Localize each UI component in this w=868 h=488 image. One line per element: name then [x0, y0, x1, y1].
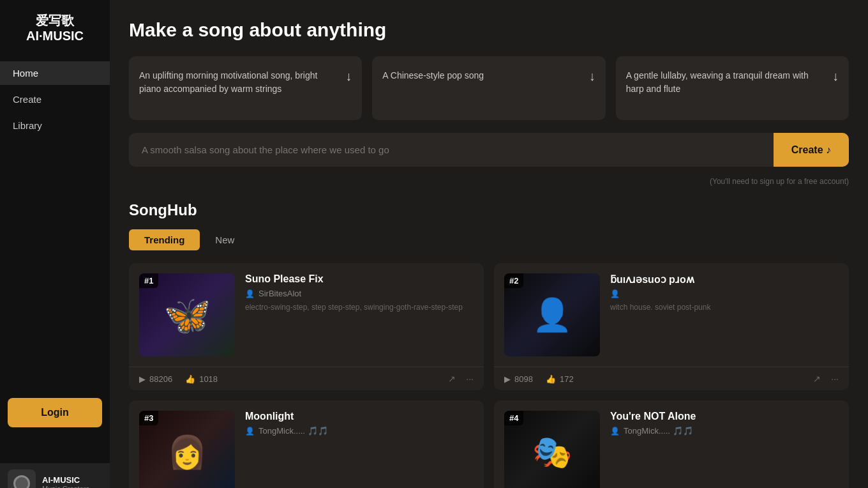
share-icon-1[interactable]: ↗ [813, 374, 821, 384]
prompt-card-text-2: A gentle lullaby, weaving a tranquil dre… [626, 69, 826, 96]
more-icon-0[interactable]: ··· [466, 374, 474, 384]
logo-area: 爱写歌 AI·MUSIC [0, 0, 110, 56]
prompt-card-arrow-1: ↓ [589, 69, 595, 84]
now-playing-disc [8, 469, 36, 488]
likes-count-1: 172 [560, 374, 574, 384]
now-playing-title: AI-MUSIC [42, 475, 89, 485]
song-rank-0: #1 [139, 273, 158, 288]
song-rank-1: #2 [504, 273, 523, 288]
song-rank-3: #4 [504, 411, 523, 425]
song-info-0: Suno Please Fix 👤 SirBitesAlot electro-s… [245, 273, 474, 356]
prompt-card-text-1: A Chinese-style pop song [382, 69, 484, 82]
song-title-1: ƃuıʌɹǝsuoɔ pɹoʍ [610, 273, 839, 286]
song-info-3: You're NOT Alone 👤 TongMick..... 🎵🎵 [610, 411, 839, 488]
like-icon-0: 👍 [185, 374, 195, 384]
song-title-3: You're NOT Alone [610, 411, 839, 422]
song-likes-0: 👍 1018 [185, 374, 218, 384]
now-playing-bar: AI-MUSIC Music Creators [0, 463, 110, 488]
song-card-top-3: #4 You're NOT Alone 👤 TongMick..... 🎵🎵 [494, 400, 849, 488]
plays-count-1: 8098 [514, 374, 533, 384]
song-author-1: 👤 [610, 289, 839, 298]
song-card-bottom-1: ▶ 8098 👍 172 ↗ ··· [494, 367, 849, 390]
song-card-top-1: #2 ƃuıʌɹǝsuoɔ pɹoʍ 👤 witch house. soviet… [494, 263, 849, 367]
song-author-0: 👤 SirBitesAlot [245, 289, 474, 298]
song-likes-1: 👍 172 [546, 374, 574, 384]
like-icon-1: 👍 [546, 374, 556, 384]
song-thumbnail-0: #1 [139, 273, 235, 356]
tab-trending[interactable]: Trending [129, 229, 200, 250]
author-name-2: TongMick..... 🎵🎵 [258, 426, 328, 436]
tabs-row: Trending New [129, 229, 849, 250]
song-author-2: 👤 TongMick..... 🎵🎵 [245, 426, 474, 436]
songhub-title: SongHub [129, 201, 849, 219]
sidebar-item-home[interactable]: Home [0, 61, 110, 85]
now-playing-subtitle: Music Creators [42, 485, 89, 489]
author-name-0: SirBitesAlot [258, 289, 301, 298]
song-card-1: #2 ƃuıʌɹǝsuoɔ pɹoʍ 👤 witch house. soviet… [494, 263, 849, 390]
more-icon-1[interactable]: ··· [831, 374, 839, 384]
author-icon-3: 👤 [610, 427, 620, 436]
song-actions-0: ↗ ··· [448, 374, 474, 384]
create-input[interactable] [129, 133, 774, 167]
now-playing-info: AI-MUSIC Music Creators [42, 475, 89, 489]
logo-chinese: 爱写歌 [26, 13, 84, 28]
sidebar-item-library[interactable]: Library [0, 114, 110, 137]
song-author-3: 👤 TongMick..... 🎵🎵 [610, 426, 839, 436]
plays-count-0: 88206 [149, 374, 172, 384]
song-title-2: Moonlight [245, 411, 474, 422]
prompt-card-0[interactable]: An uplifting morning motivational song, … [129, 56, 362, 120]
song-plays-1: ▶ 8098 [504, 374, 533, 384]
main-content: Make a song about anything An uplifting … [110, 0, 868, 488]
song-actions-1: ↗ ··· [813, 374, 839, 384]
prompt-card-arrow-2: ↓ [832, 69, 839, 84]
author-name-3: TongMick..... 🎵🎵 [624, 426, 693, 436]
song-card-3: #4 You're NOT Alone 👤 TongMick..... 🎵🎵 [494, 400, 849, 488]
create-button[interactable]: Create ♪ [774, 133, 849, 167]
song-card-0: #1 Suno Please Fix 👤 SirBitesAlot electr… [129, 263, 484, 390]
song-plays-0: ▶ 88206 [139, 374, 172, 384]
song-info-1: ƃuıʌɹǝsuoɔ pɹoʍ 👤 witch house. soviet po… [610, 273, 839, 356]
prompt-card-arrow-0: ↓ [345, 69, 352, 84]
prompt-card-1[interactable]: A Chinese-style pop song ↓ [372, 56, 605, 120]
prompt-card-2[interactable]: A gentle lullaby, weaving a tranquil dre… [616, 56, 849, 120]
logo-text: 爱写歌 AI·MUSIC [26, 13, 84, 43]
song-thumbnail-1: #2 [504, 273, 600, 356]
song-card-top-0: #1 Suno Please Fix 👤 SirBitesAlot electr… [129, 263, 484, 367]
signup-note: (You'll need to sign up for a free accou… [129, 177, 849, 186]
login-button[interactable]: Login [8, 398, 102, 427]
song-card-2: #3 Moonlight 👤 TongMick..... 🎵🎵 [129, 400, 484, 488]
prompt-cards-row: An uplifting morning motivational song, … [129, 56, 849, 120]
share-icon-0[interactable]: ↗ [448, 374, 456, 384]
song-card-bottom-0: ▶ 88206 👍 1018 ↗ ··· [129, 367, 484, 390]
song-thumbnail-2: #3 [139, 411, 235, 488]
sidebar-item-create[interactable]: Create [0, 88, 110, 111]
song-rank-2: #3 [139, 411, 158, 425]
author-icon-0: 👤 [245, 289, 255, 298]
song-info-2: Moonlight 👤 TongMick..... 🎵🎵 [245, 411, 474, 488]
likes-count-0: 1018 [199, 374, 218, 384]
songs-grid: #1 Suno Please Fix 👤 SirBitesAlot electr… [129, 263, 849, 488]
song-tags-1: witch house. soviet post-punk [610, 302, 839, 313]
nav-menu: Home Create Library [0, 56, 110, 142]
create-row: Create ♪ [129, 133, 849, 167]
author-icon-2: 👤 [245, 427, 255, 436]
author-icon-1: 👤 [610, 289, 620, 298]
play-icon-0: ▶ [139, 374, 146, 384]
song-title-0: Suno Please Fix [245, 273, 474, 285]
song-tags-0: electro-swing-step, step step-step, swin… [245, 302, 474, 313]
play-icon-1: ▶ [504, 374, 511, 384]
tab-new[interactable]: New [200, 229, 250, 250]
song-card-top-2: #3 Moonlight 👤 TongMick..... 🎵🎵 [129, 400, 484, 488]
logo-sub: AI·MUSIC [26, 28, 84, 43]
page-title: Make a song about anything [129, 19, 849, 41]
prompt-card-text-0: An uplifting morning motivational song, … [139, 69, 339, 96]
sidebar: 爱写歌 AI·MUSIC Home Create Library Login A… [0, 0, 110, 488]
song-thumbnail-3: #4 [504, 411, 600, 488]
